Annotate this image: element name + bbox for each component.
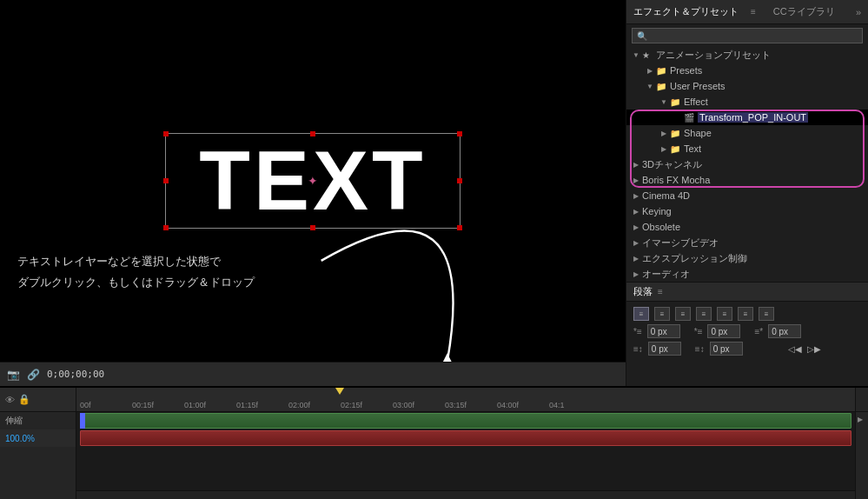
chevron-boris-fx: ▶ xyxy=(630,176,642,184)
tree-item-effect[interactable]: ▼📁Effect xyxy=(626,94,868,110)
paragraph-header: 段落 ≡ xyxy=(626,283,868,302)
timeline-track-red xyxy=(76,429,855,447)
cc-library-title[interactable]: CCライブラリ xyxy=(773,5,835,18)
folder-icon-presets: 📁 xyxy=(656,66,668,76)
timeline-label-100: 100.0% xyxy=(0,429,76,447)
ruler-03-00: 03:00f xyxy=(393,401,414,409)
chevron-text: ▶ xyxy=(658,145,670,153)
tree-label-effect: Effect xyxy=(684,96,708,107)
lock-icon: 🔒 xyxy=(18,394,30,405)
tree-label-audio: オーディオ xyxy=(642,268,690,281)
tree-item-anim-presets[interactable]: ▼★アニメーションプリセット xyxy=(626,47,868,63)
ruler-01-00: 01:00f xyxy=(184,401,206,409)
align-justify-right-btn[interactable]: ≡ xyxy=(738,307,753,321)
zoom-label: 100.0% xyxy=(5,434,35,443)
tree-item-immersive-video[interactable]: ▶イマーシブビデオ xyxy=(626,235,868,250)
timeline-labels: 👁 🔒 伸縮 100.0% xyxy=(0,388,76,499)
preview-panel: ✦ TEXT テキストレイヤーなどを選択した状態で ダブルクリック、もしくはドラ… xyxy=(0,0,626,386)
effects-panel-title: エフェクト＆プリセット xyxy=(633,5,739,18)
effects-menu-icon[interactable]: ≡ xyxy=(751,7,756,17)
indent-input3[interactable] xyxy=(768,324,801,338)
search-bar: 🔍 xyxy=(626,24,868,47)
tree-label-3d-channel: 3Dチャンネル xyxy=(642,158,702,171)
timeline-main: 00f 00:15f 01:00f 01:15f 02:00f 02:15f 0… xyxy=(76,388,855,499)
effects-tree[interactable]: ▼★アニメーションプリセット▶📁Presets▼📁User Presets▼📁E… xyxy=(626,47,868,282)
space-input2[interactable] xyxy=(710,342,743,356)
tree-label-cinema4d: Cinema 4D xyxy=(642,190,690,201)
timeline-scrollbar[interactable] xyxy=(76,490,855,499)
ruler-04-00: 04:00f xyxy=(497,401,519,409)
tree-item-keying[interactable]: ▶Keying xyxy=(626,203,868,219)
indent-input1[interactable] xyxy=(647,324,680,338)
camera-icon: 📷 xyxy=(7,369,20,381)
chevron-cinema4d: ▶ xyxy=(630,192,642,200)
tree-item-cinema4d[interactable]: ▶Cinema 4D xyxy=(626,188,868,203)
tree-item-boris-fx[interactable]: ▶Boris FX Mocha xyxy=(626,172,868,188)
timeline-right-icon[interactable]: ▶ xyxy=(856,412,868,427)
paragraph-title: 段落 xyxy=(633,285,653,298)
chevron-obsolete: ▶ xyxy=(630,223,642,231)
timeline-right: ▶ xyxy=(855,388,868,499)
folder-icon-shape: 📁 xyxy=(670,129,682,138)
handle-tl xyxy=(163,131,169,136)
stretch-label: 伸縮 xyxy=(5,415,23,427)
chevron-expression-control: ▶ xyxy=(630,255,642,263)
instruction-line1: テキストレイヤーなどを選択した状態で xyxy=(17,251,255,271)
chevron-effect: ▼ xyxy=(658,98,670,106)
align-right-btn[interactable]: ≡ xyxy=(675,307,691,321)
indent-input2[interactable] xyxy=(707,324,740,338)
folder-icon-text: 📁 xyxy=(670,144,682,154)
link-icon: 🔗 xyxy=(27,369,40,381)
chevron-immersive-video: ▶ xyxy=(630,239,642,247)
effects-expand-icon[interactable]: » xyxy=(856,7,861,17)
preset-icon-transform-pop: 🎬 xyxy=(684,113,696,123)
preview-toolbar: 📷 🔗 0;00;00;00 xyxy=(0,362,626,386)
search-icon: 🔍 xyxy=(637,31,647,41)
search-input[interactable] xyxy=(651,30,858,41)
paragraph-menu-icon[interactable]: ≡ xyxy=(658,287,663,296)
preview-viewport: ✦ TEXT テキストレイヤーなどを選択した状態で ダブルクリック、もしくはドラ… xyxy=(0,0,626,362)
in-point xyxy=(80,413,85,429)
paragraph-controls: ≡ ≡ ≡ ≡ ≡ ≡ ≡ *≡ *≡ ≡* xyxy=(626,302,868,361)
star-icon-anim-presets: ★ xyxy=(642,50,654,60)
tree-item-transform-pop[interactable]: 🎬Transform_POP_IN-OUT xyxy=(626,110,868,125)
align-left-btn[interactable]: ≡ xyxy=(633,307,649,321)
search-input-wrap[interactable]: 🔍 xyxy=(632,28,863,43)
align-justify-left-btn[interactable]: ≡ xyxy=(696,307,712,321)
align-row: ≡ ≡ ≡ ≡ ≡ ≡ ≡ xyxy=(633,307,861,321)
tsume-icon1[interactable]: ◁◀ xyxy=(788,344,802,354)
paragraph-panel: 段落 ≡ ≡ ≡ ≡ ≡ ≡ ≡ ≡ *≡ *≡ xyxy=(626,282,868,386)
align-justify-all-btn[interactable]: ≡ xyxy=(759,307,774,321)
timeline-label-header: 👁 🔒 xyxy=(0,388,76,412)
tsume-icon2[interactable]: ▷▶ xyxy=(807,344,821,354)
tree-item-expression-control[interactable]: ▶エクスプレッション制御 xyxy=(626,250,868,266)
align-center-btn[interactable]: ≡ xyxy=(654,307,670,321)
tree-item-user-presets[interactable]: ▼📁User Presets xyxy=(626,78,868,94)
tree-label-expression-control: エクスプレッション制御 xyxy=(642,252,747,265)
tree-item-text[interactable]: ▶📁Text xyxy=(626,141,868,156)
indent-label1: *≡ xyxy=(633,327,642,336)
handle-tr xyxy=(457,131,462,136)
chevron-user-presets: ▼ xyxy=(644,83,656,90)
effects-tree-wrapper: ▼★アニメーションプリセット▶📁Presets▼📁User Presets▼📁E… xyxy=(626,47,868,282)
tree-item-shape[interactable]: ▶📁Shape xyxy=(626,125,868,141)
tree-item-obsolete[interactable]: ▶Obsolete xyxy=(626,219,868,235)
tree-item-presets[interactable]: ▶📁Presets xyxy=(626,63,868,78)
ruler-04-1: 04:1 xyxy=(549,401,565,409)
space-input1[interactable] xyxy=(648,342,681,356)
align-justify-center-btn[interactable]: ≡ xyxy=(717,307,732,321)
tree-label-user-presets: User Presets xyxy=(670,81,726,91)
tree-item-audio[interactable]: ▶オーディオ xyxy=(626,266,868,282)
preview-text: TEXT xyxy=(199,133,426,229)
tree-label-boris-fx: Boris FX Mocha xyxy=(642,175,710,185)
track-bar-red xyxy=(80,430,851,446)
playhead[interactable] xyxy=(335,388,344,411)
timeline-track-green xyxy=(76,412,855,429)
handle-mr xyxy=(457,178,462,183)
tree-item-3d-channel[interactable]: ▶3Dチャンネル xyxy=(626,156,868,172)
timeline-tracks xyxy=(76,412,855,490)
svg-marker-0 xyxy=(439,353,455,362)
main-area: ✦ TEXT テキストレイヤーなどを選択した状態で ダブルクリック、もしくはドラ… xyxy=(0,0,868,386)
tree-label-keying: Keying xyxy=(642,206,672,216)
timeline-label-stretch: 伸縮 xyxy=(0,412,76,429)
